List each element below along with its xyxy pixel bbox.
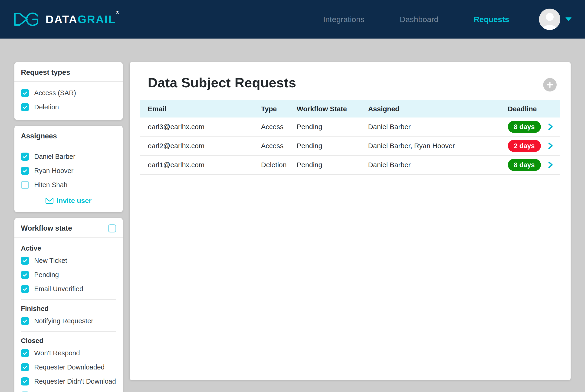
cell-deadline: 2 days: [500, 140, 541, 152]
filter-pending[interactable]: Pending: [21, 268, 116, 282]
assignees-body: Daniel Barber Ryan Hoover Hiten Shah Inv…: [15, 145, 123, 212]
checkbox-checked-icon[interactable]: [21, 349, 29, 357]
filter-hiten-shah[interactable]: Hiten Shah: [21, 178, 116, 192]
requests-panel: Data Subject Requests Email Type Workflo…: [130, 62, 570, 380]
brand-word-data: DATA: [46, 13, 78, 26]
nav-item-integrations[interactable]: Integrations: [323, 15, 364, 24]
cell-workflow-state: Pending: [289, 161, 361, 169]
request-types-title: Request types: [21, 68, 70, 77]
table-row[interactable]: earl3@earlhx.com Access Pending Daniel B…: [140, 118, 560, 136]
checkbox-checked-icon[interactable]: [21, 363, 29, 371]
filter-requester-downloaded[interactable]: Requester Downloaded: [21, 360, 116, 374]
divider: [21, 299, 116, 300]
deadline-badge: 8 days: [508, 121, 541, 133]
filters-sidebar: Request types Access (SAR) Deletion Assi…: [15, 62, 123, 392]
filter-label: Ryan Hoover: [34, 167, 74, 175]
page-title: Data Subject Requests: [148, 75, 296, 90]
checkbox-checked-icon[interactable]: [21, 256, 29, 265]
cell-type: Access: [254, 142, 289, 150]
cell-workflow-state: Pending: [289, 123, 361, 131]
filter-label: Notifying Requester: [34, 317, 93, 325]
workflow-group-active: Active: [21, 242, 116, 254]
open-request-button[interactable]: [541, 161, 560, 169]
filter-requester-didnt-download[interactable]: Requester Didn't Download: [21, 374, 116, 388]
account-menu[interactable]: [539, 8, 571, 30]
plus-icon: [546, 81, 553, 88]
invite-user-label: Invite user: [57, 197, 92, 204]
filter-label: Access (SAR): [34, 89, 76, 97]
checkbox-checked-icon[interactable]: [21, 89, 29, 97]
checkbox-checked-icon[interactable]: [21, 271, 29, 279]
cell-deadline: 8 days: [500, 159, 541, 171]
filter-ryan-hoover[interactable]: Ryan Hoover: [21, 164, 116, 178]
filter-label: Email Unverified: [34, 285, 83, 293]
filter-cant-verify-email[interactable]: Can't Verify Email: [21, 388, 116, 392]
cell-assigned: Daniel Barber, Ryan Hoover: [361, 142, 500, 150]
brand-word-grail: GRAIL: [78, 13, 116, 26]
invite-user-link[interactable]: Invite user: [21, 192, 116, 206]
filter-label: Deletion: [34, 103, 59, 111]
chevron-right-icon: [546, 142, 554, 150]
deadline-badge: 2 days: [508, 140, 541, 152]
filter-label: Requester Didn't Download: [34, 378, 116, 385]
column-header-deadline: Deadline: [500, 105, 541, 113]
column-header-workflow-state: Workflow State: [289, 105, 361, 113]
cell-type: Deletion: [254, 161, 289, 169]
workflow-group-closed: Closed: [21, 334, 116, 346]
filter-email-unverified[interactable]: Email Unverified: [21, 282, 116, 296]
checkbox-checked-icon[interactable]: [21, 152, 29, 161]
cell-email: earl3@earlhx.com: [140, 123, 254, 131]
request-types-card: Request types Access (SAR) Deletion: [15, 62, 123, 120]
brand-logo[interactable]: DATAGRAIL®: [14, 12, 119, 26]
datagrail-mark-icon: [14, 12, 40, 26]
checkbox-checked-icon[interactable]: [21, 167, 29, 175]
checkbox-checked-icon[interactable]: [21, 317, 29, 325]
table-header-row: Email Type Workflow State Assigned Deadl…: [140, 100, 560, 118]
cell-workflow-state: Pending: [289, 142, 361, 150]
table-row[interactable]: earl2@earlhx.com Access Pending Daniel B…: [140, 136, 560, 156]
checkbox-checked-icon[interactable]: [21, 285, 29, 293]
column-header-email: Email: [140, 105, 254, 113]
page-body: Request types Access (SAR) Deletion Assi…: [0, 38, 585, 392]
filter-label: Hiten Shah: [34, 181, 68, 189]
chevron-down-icon[interactable]: [565, 18, 571, 21]
brand-wordmark: DATAGRAIL®: [46, 13, 119, 26]
checkbox-checked-icon[interactable]: [21, 377, 29, 386]
table-row[interactable]: earl1@earlhx.com Deletion Pending Daniel…: [140, 156, 560, 175]
nav-item-dashboard[interactable]: Dashboard: [400, 15, 438, 24]
cell-assigned: Daniel Barber: [361, 123, 500, 131]
add-request-button[interactable]: [543, 78, 557, 92]
chevron-right-icon: [546, 161, 554, 169]
avatar[interactable]: [539, 8, 560, 30]
filter-access-sar[interactable]: Access (SAR): [21, 86, 116, 100]
workflow-state-card: Workflow state Active New Ticket Pending…: [15, 218, 123, 392]
workflow-state-body: Active New Ticket Pending Email Unverifi…: [15, 238, 123, 392]
cell-assigned: Daniel Barber: [361, 161, 500, 169]
nav-item-requests[interactable]: Requests: [474, 15, 509, 24]
request-types-body: Access (SAR) Deletion: [15, 82, 123, 120]
workflow-group-finished: Finished: [21, 302, 116, 314]
filter-label: Pending: [34, 271, 59, 279]
checkbox-unchecked-icon[interactable]: [21, 181, 29, 189]
assignees-title: Assignees: [21, 132, 57, 140]
filter-wont-respond[interactable]: Won't Respond: [21, 346, 116, 360]
filter-label: Daniel Barber: [34, 153, 75, 160]
cell-email: earl1@earlhx.com: [140, 161, 254, 169]
filter-daniel-barber[interactable]: Daniel Barber: [21, 150, 116, 164]
open-request-button[interactable]: [541, 142, 560, 150]
workflow-state-header: Workflow state: [15, 218, 123, 238]
envelope-icon: [46, 198, 54, 204]
request-types-header: Request types: [15, 62, 123, 82]
filter-notifying-requester[interactable]: Notifying Requester: [21, 314, 116, 328]
filter-label: Won't Respond: [34, 349, 80, 357]
chevron-right-icon: [546, 123, 554, 131]
open-request-button[interactable]: [541, 123, 560, 131]
checkbox-checked-icon[interactable]: [21, 103, 29, 111]
workflow-select-all-checkbox[interactable]: [108, 224, 116, 232]
filter-deletion[interactable]: Deletion: [21, 100, 116, 114]
filter-new-ticket[interactable]: New Ticket: [21, 254, 116, 268]
deadline-badge: 8 days: [508, 159, 541, 171]
assignees-header: Assignees: [15, 126, 123, 145]
brand-registered-mark: ®: [116, 10, 119, 15]
filter-label: New Ticket: [34, 257, 67, 264]
